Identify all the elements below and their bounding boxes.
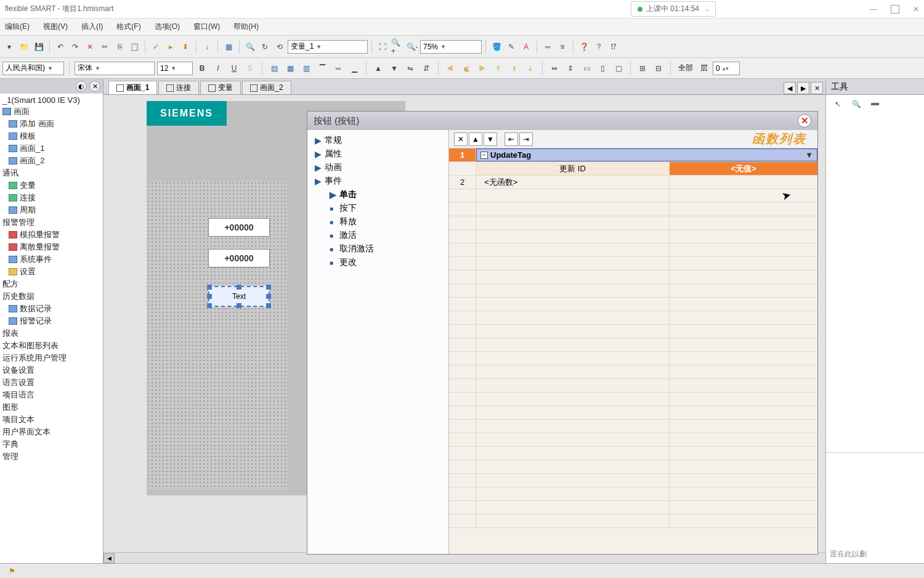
flip-h-icon[interactable]: ⇋ <box>403 62 417 75</box>
whatsthis-icon[interactable]: ⁉ <box>607 40 620 54</box>
help2-icon[interactable]: ? <box>592 40 606 54</box>
zoom-in-icon[interactable]: 🔍+ <box>391 40 404 54</box>
event-press[interactable]: ■按下 <box>312 201 444 215</box>
tree-reports[interactable]: 报表 <box>0 327 103 340</box>
bring-front-icon[interactable]: ▲ <box>371 62 385 75</box>
tree-ui-text[interactable]: 用户界面文本 <box>0 426 103 438</box>
io-field-2[interactable]: +00000 <box>208 249 270 267</box>
tree-alarm-logs[interactable]: 报警记录 <box>0 315 103 327</box>
button-object-selected[interactable]: Text <box>208 286 270 307</box>
all-label[interactable]: 全部 <box>676 63 695 73</box>
fontsize-combo[interactable]: 12 ▼ <box>157 62 193 75</box>
function-row-1[interactable]: 1 − UpdateTag ▼ <box>449 149 817 162</box>
pointer-tool-icon[interactable]: ↖ <box>831 97 845 111</box>
status-icon[interactable]: ⚑ <box>5 564 18 578</box>
underline-icon[interactable]: U <box>227 62 241 75</box>
properties-titlebar[interactable]: 按钮 (按钮) ✕ <box>307 112 817 130</box>
tree-screen2[interactable]: 画面_2 <box>0 155 103 167</box>
tab-screen2[interactable]: 画面_2 <box>242 81 291 94</box>
delete-icon[interactable]: ✕ <box>83 40 97 54</box>
tree-user-admin[interactable]: 运行系统用户管理 <box>0 352 103 364</box>
align-right-icon[interactable]: ▥ <box>299 62 313 75</box>
resize-handle[interactable] <box>237 303 241 308</box>
resize-handle[interactable] <box>266 285 271 290</box>
cat-events[interactable]: ▶事件 <box>312 174 444 188</box>
tab-connections[interactable]: 连接 <box>158 81 199 94</box>
paste-icon[interactable]: 📋 <box>128 40 141 54</box>
menu-edit[interactable]: 编辑(E) <box>2 20 32 33</box>
tree-graphics[interactable]: 图形 <box>0 401 103 413</box>
same-size-icon[interactable]: ▢ <box>612 62 625 75</box>
tab-screen1[interactable]: 画面_1 <box>108 81 157 94</box>
tree-project-lang[interactable]: 项目语言 <box>0 389 103 401</box>
layer-spinner[interactable]: 0 ▴▾ <box>713 62 740 75</box>
help-icon[interactable]: ❓ <box>577 40 591 54</box>
tree-connections[interactable]: 连接 <box>0 192 103 204</box>
tree-alarm-mgmt[interactable]: 报警管理 <box>0 216 103 229</box>
align-center-icon[interactable]: ▦ <box>283 62 297 75</box>
move-up-button[interactable]: ▲ <box>469 132 482 146</box>
zoom-fit-icon[interactable]: ⛶ <box>376 40 389 54</box>
bold-icon[interactable]: B <box>195 62 209 75</box>
cat-general[interactable]: ▶常规 <box>312 134 444 147</box>
event-release[interactable]: ■释放 <box>312 215 444 229</box>
cat-properties[interactable]: ▶属性 <box>312 147 444 161</box>
undo-icon[interactable]: ↶ <box>54 40 67 54</box>
group-icon[interactable]: ⊞ <box>636 62 649 75</box>
tree-screens[interactable]: 画面 <box>0 105 103 118</box>
find-icon[interactable]: 🔍 <box>243 40 257 54</box>
tree-lang-settings[interactable]: 语言设置 <box>0 377 103 389</box>
zoom-out-icon[interactable]: 🔍- <box>405 40 419 54</box>
prev-tab-button[interactable]: ◀ <box>784 82 796 94</box>
zoom-combo[interactable]: 75% ▼ <box>420 40 482 54</box>
close-pane-icon[interactable]: ✕ <box>89 81 100 92</box>
event-deactivate[interactable]: ■取消激活 <box>312 242 444 256</box>
menu-insert[interactable]: 插入(I) <box>79 20 105 33</box>
resize-handle[interactable] <box>266 303 271 308</box>
language-combo[interactable]: 人民共和国) ▼ <box>2 62 64 75</box>
new-icon[interactable]: ▾ <box>2 40 16 54</box>
align-left-icon[interactable]: ▤ <box>267 62 281 75</box>
tree-screen1[interactable]: 画面_1 <box>0 142 103 155</box>
cat-animations[interactable]: ▶动画 <box>312 161 444 174</box>
align-objects-top-icon[interactable]: ⫯ <box>492 62 505 75</box>
ungroup-icon[interactable]: ⊟ <box>652 62 665 75</box>
menu-view[interactable]: 视图(V) <box>41 20 70 33</box>
copy-icon[interactable]: ⎘ <box>113 40 126 54</box>
close-properties-button[interactable]: ✕ <box>798 114 811 128</box>
open-icon[interactable]: 📁 <box>17 40 31 54</box>
scroll-left-icon[interactable]: ◀ <box>103 553 115 563</box>
tree-text-lists[interactable]: 文本和图形列表 <box>0 340 103 352</box>
outdent-button[interactable]: ⇤ <box>505 132 518 146</box>
menu-window[interactable]: 窗口(W) <box>191 20 222 33</box>
arrow-down-icon[interactable]: ↓ <box>200 40 214 54</box>
resize-handle[interactable] <box>207 303 212 308</box>
resize-handle[interactable] <box>207 285 212 290</box>
align-objects-bottom-icon[interactable]: ⫰ <box>524 62 537 75</box>
tree-device[interactable]: _1(Smart 1000 IE V3) <box>0 95 103 105</box>
pin-icon[interactable]: ◐ <box>76 81 87 92</box>
cut-icon[interactable]: ✂ <box>98 40 111 54</box>
magnify-tool-icon[interactable]: 🔍 <box>849 97 863 111</box>
variable-combo[interactable]: 变量_1 ▼ <box>288 40 368 54</box>
bucket-icon[interactable]: 🪣 <box>490 40 503 54</box>
delete-func-button[interactable]: ✕ <box>454 132 468 146</box>
flip-v-icon[interactable]: ⇵ <box>419 62 433 75</box>
tree-project-text[interactable]: 项目文本 <box>0 413 103 426</box>
io-field-1[interactable]: +00000 <box>208 218 270 237</box>
align-objects-center-icon[interactable]: ⫹ <box>460 62 473 75</box>
italic-icon[interactable]: I <box>211 62 225 75</box>
align-bottom-icon[interactable]: ▁ <box>347 62 361 75</box>
download-icon[interactable]: ⬇ <box>179 40 192 54</box>
tree-tags[interactable]: 变量 <box>0 179 103 192</box>
event-click[interactable]: ▶单击 <box>312 188 444 201</box>
resize-handle[interactable] <box>237 285 241 290</box>
param-value[interactable]: <无值> <box>670 162 817 175</box>
tile-icon[interactable]: ▦ <box>222 40 235 54</box>
tree-system-events[interactable]: 系统事件 <box>0 253 103 266</box>
close-button[interactable]: ✕ <box>913 5 919 14</box>
tree-history[interactable]: 历史数据 <box>0 290 103 303</box>
save-icon[interactable]: 💾 <box>32 40 46 54</box>
redo-icon[interactable]: ↷ <box>68 40 82 54</box>
close-tab-button[interactable]: ✕ <box>811 82 823 94</box>
